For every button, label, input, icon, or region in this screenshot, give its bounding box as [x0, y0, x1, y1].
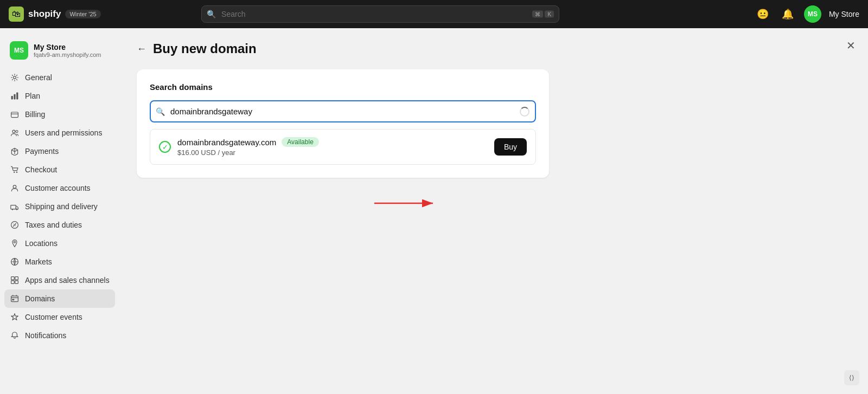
svg-rect-21: [12, 299, 14, 300]
notifications-icon-button[interactable]: 🔔: [779, 5, 796, 23]
available-badge: Available: [282, 137, 318, 147]
page-title: Buy new domain: [153, 41, 257, 56]
domain-price: $16.00 USD / year: [177, 148, 488, 157]
sidebar-item-domains[interactable]: Domains: [4, 289, 115, 308]
store-header[interactable]: MS My Store fqatv9-am.myshopify.com: [4, 37, 115, 68]
domain-result-row: ✓ domainbrandsgateway.com Available $16.…: [150, 129, 536, 165]
user-avatar[interactable]: MS: [804, 5, 821, 23]
nav-label-shipping: Shipping and delivery: [25, 202, 98, 211]
sidebar-item-billing[interactable]: Billing: [4, 105, 115, 124]
back-arrow-icon: ←: [137, 43, 146, 55]
domain-search-wrapper: 🔍: [150, 100, 536, 122]
global-search: 🔍 ⌘ K: [201, 5, 559, 23]
close-button[interactable]: ✕: [842, 37, 859, 54]
back-button[interactable]: ←: [137, 43, 146, 55]
svg-point-0: [14, 76, 16, 79]
sidebar-item-taxes[interactable]: Taxes and duties: [4, 216, 115, 234]
nav-label-checkout: Checkout: [25, 165, 57, 174]
page-header: ← Buy new domain: [137, 41, 851, 56]
nav-icon-plan: [10, 91, 20, 101]
svg-point-8: [16, 172, 17, 173]
svg-rect-16: [11, 277, 15, 280]
top-navigation: 🛍 shopify Winter '25 🔍 ⌘ K 😐 🔔 MS My Sto…: [0, 0, 868, 28]
main-content: ✕ ← Buy new domain Search domains 🔍 ✓ d: [119, 28, 868, 394]
bell-icon: 🔔: [782, 8, 794, 20]
available-check-icon: ✓: [159, 141, 171, 153]
sidebar-item-customer-events[interactable]: Customer events: [4, 308, 115, 326]
search-input[interactable]: [201, 5, 559, 23]
nav-icon-domains: [10, 294, 20, 303]
domain-search-icon: 🔍: [156, 107, 165, 116]
store-name: My Store: [34, 43, 101, 51]
sidebar-item-apps[interactable]: Apps and sales channels: [4, 271, 115, 289]
nav-icon-apps: [10, 275, 20, 285]
sidebar-item-plan[interactable]: Plan: [4, 87, 115, 105]
svg-point-11: [12, 209, 13, 210]
nav-label-billing: Billing: [25, 110, 45, 119]
domain-name: domainbrandsgateway.com: [177, 138, 276, 147]
nav-icon-notifications: [10, 331, 20, 340]
svg-rect-18: [11, 281, 15, 284]
nav-icon-billing: [10, 109, 20, 119]
domain-info: domainbrandsgateway.com Available $16.00…: [177, 137, 488, 157]
nav-label-payments: Payments: [25, 147, 59, 156]
sidebar-item-checkout[interactable]: Checkout: [4, 160, 115, 179]
nav-icon-checkout: [10, 165, 20, 175]
nav-label-locations: Locations: [25, 239, 58, 248]
nav-icon-markets: [10, 257, 20, 267]
svg-rect-3: [16, 93, 18, 100]
sidebar-item-shipping[interactable]: Shipping and delivery: [4, 197, 115, 216]
svg-point-12: [16, 209, 17, 210]
svg-rect-2: [14, 94, 15, 100]
navigation-menu: General Plan Billing Users and permissio…: [4, 68, 115, 345]
sidebar: MS My Store fqatv9-am.myshopify.com Gene…: [0, 28, 119, 394]
buy-domain-button[interactable]: Buy: [494, 138, 527, 156]
nav-icon-payments: [10, 146, 20, 156]
annotation-arrow: [374, 195, 439, 214]
sidebar-item-customer-accounts[interactable]: Customer accounts: [4, 179, 115, 197]
nav-icon-customer-accounts: [10, 183, 20, 193]
user-store-name[interactable]: My Store: [829, 10, 859, 18]
help-icon: 😐: [757, 8, 769, 20]
svg-point-9: [13, 185, 16, 189]
sidebar-item-payments[interactable]: Payments: [4, 142, 115, 160]
winter-badge: Winter '25: [65, 10, 100, 18]
shopify-wordmark: shopify: [28, 9, 61, 20]
sidebar-item-general[interactable]: General: [4, 68, 115, 87]
nav-icon-general: [10, 73, 20, 82]
svg-rect-17: [15, 277, 18, 280]
logo[interactable]: 🛍 shopify Winter '25: [9, 7, 101, 22]
nav-label-markets: Markets: [25, 257, 52, 266]
nav-label-general: General: [25, 73, 52, 82]
svg-point-6: [16, 131, 18, 133]
domain-search-input[interactable]: [150, 100, 536, 122]
shopify-bag-icon: 🛍: [9, 7, 24, 22]
nav-icon-customer-events: [10, 312, 20, 322]
nav-label-customer-accounts: Customer accounts: [25, 184, 91, 192]
svg-rect-4: [11, 112, 18, 118]
svg-point-7: [14, 172, 15, 173]
nav-label-domains: Domains: [25, 294, 55, 303]
svg-rect-20: [11, 296, 18, 301]
sidebar-item-notifications[interactable]: Notifications: [4, 326, 115, 345]
svg-rect-1: [11, 96, 13, 99]
sidebar-item-locations[interactable]: Locations: [4, 234, 115, 253]
search-domains-card: Search domains 🔍 ✓ domainbrandsgateway.c…: [137, 69, 549, 178]
sidebar-item-markets[interactable]: Markets: [4, 253, 115, 271]
nav-icon-locations: [10, 238, 20, 248]
nav-label-users: Users and permissions: [25, 128, 102, 137]
svg-rect-10: [11, 205, 16, 209]
loading-spinner: [520, 107, 529, 117]
sidebar-item-users[interactable]: Users and permissions: [4, 124, 115, 142]
collapse-panel-button[interactable]: ⟨⟩: [844, 370, 859, 385]
keyboard-shortcut: ⌘ K: [532, 11, 554, 18]
search-icon: 🔍: [207, 10, 216, 18]
nav-label-apps: Apps and sales channels: [25, 276, 110, 285]
card-title: Search domains: [150, 82, 536, 92]
store-url: fqatv9-am.myshopify.com: [34, 51, 101, 58]
nav-label-notifications: Notifications: [25, 331, 66, 340]
svg-point-5: [12, 130, 15, 133]
nav-icon-taxes: [10, 220, 20, 230]
help-icon-button[interactable]: 😐: [754, 5, 771, 23]
nav-icon-shipping: [10, 202, 20, 211]
